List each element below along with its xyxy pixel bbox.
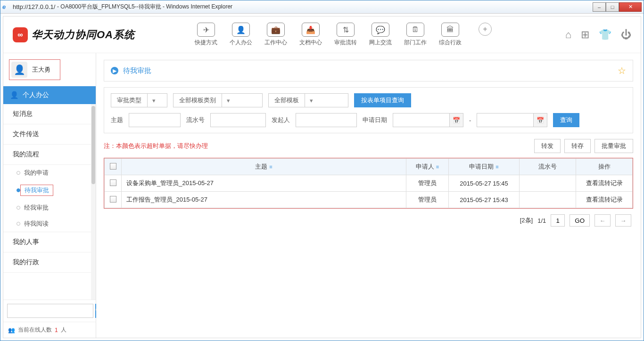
approval-type-select[interactable]: 审批类型 ▾ xyxy=(111,93,167,107)
window-maximize-button[interactable] xyxy=(606,2,619,12)
sort-icon[interactable]: ≡ xyxy=(495,164,498,170)
calendar-icon[interactable]: 📅 xyxy=(449,113,463,127)
nav-icon: ✈ xyxy=(197,23,215,37)
sidebar-subitem[interactable]: 待我阅读 xyxy=(3,216,96,232)
nav-icon: 💬 xyxy=(372,23,389,37)
pager-pages: 1/1 xyxy=(537,217,546,224)
pager-next-button[interactable]: → xyxy=(615,214,631,227)
cell-date: 2015-05-27 15:43 xyxy=(449,192,520,208)
sidebar-item[interactable]: 我的行政 xyxy=(3,252,96,273)
topnav-item[interactable]: ✈快捷方式 xyxy=(191,23,221,47)
sidebar-item[interactable]: 我的人事 xyxy=(3,232,96,252)
row-checkbox[interactable] xyxy=(110,179,116,186)
sidebar-subitem-active[interactable]: 待我审批 xyxy=(3,181,96,200)
topnav-add[interactable]: + xyxy=(471,23,500,47)
window-minimize-button[interactable] xyxy=(593,2,606,12)
nav-icon: 💼 xyxy=(267,23,285,37)
scrollbar[interactable] xyxy=(91,104,96,300)
forward-button[interactable]: 转发 xyxy=(534,139,561,153)
topnav-item[interactable]: 🗓部门工作 xyxy=(401,23,430,47)
topnav-item[interactable]: ⇅审批流转 xyxy=(331,23,360,47)
logo-text: 华天动力协同OA系统 xyxy=(32,28,135,42)
nav-label: 快捷方式 xyxy=(195,39,217,47)
template-select[interactable]: 全部模板 ▾ xyxy=(268,93,348,107)
main-content: ▶ 待我审批 ☆ 审批类型 ▾ 全部模板类别 ▾ xyxy=(96,53,641,338)
topnav-item[interactable]: 📥文档中心 xyxy=(296,23,325,47)
nav-icon: 👤 xyxy=(232,23,250,37)
template-category-select[interactable]: 全部模板类别 ▾ xyxy=(173,93,263,107)
select-all-checkbox[interactable] xyxy=(110,163,116,170)
person-icon: 👤 xyxy=(10,91,19,99)
date-to: 📅 xyxy=(477,113,547,127)
window-title: - OA8000平台版_FPLMYSQL5--待我审批 - Windows In… xyxy=(57,3,593,11)
sidebar-subitem[interactable]: 经我审批 xyxy=(3,200,96,216)
save-button[interactable]: 转存 xyxy=(564,139,591,153)
initiator-input[interactable] xyxy=(296,113,357,127)
people-icon: 👥 xyxy=(8,327,15,333)
overdue-note: 注：本颜色表示超时单据，请尽快办理 xyxy=(104,142,208,150)
subject-label: 主题 xyxy=(111,116,123,124)
nav-label: 文档中心 xyxy=(299,39,322,47)
chevron-right-icon: ▶ xyxy=(111,67,118,74)
nav-icon: ⇅ xyxy=(337,23,355,37)
cell-op[interactable]: 查看流转记录 xyxy=(576,175,633,192)
sidebar-section-label: 个人办公 xyxy=(23,91,49,99)
pager-prev-button[interactable]: ← xyxy=(594,214,611,227)
panel-header: ▶ 待我审批 ☆ xyxy=(104,60,633,81)
cell-op[interactable]: 查看流转记录 xyxy=(576,192,633,208)
sidebar-item[interactable]: 我的流程 xyxy=(3,145,96,165)
sidebar-item[interactable]: 文件传送 xyxy=(3,124,96,145)
cell-serial xyxy=(520,192,576,208)
query-by-form-button[interactable]: 按表单项目查询 xyxy=(354,93,411,107)
pager: [2条] 1/1 GO ← → xyxy=(104,209,633,227)
cell-subject[interactable]: 工作报告_管理员_2015-05-27 xyxy=(122,192,406,208)
subject-input[interactable] xyxy=(129,113,181,127)
nav-icon: 📥 xyxy=(302,23,320,37)
plus-icon: + xyxy=(479,23,492,36)
table-row: 工作报告_管理员_2015-05-27管理员2015-05-27 15:43查看… xyxy=(105,192,633,208)
theme-icon[interactable]: 👕 xyxy=(599,29,611,41)
sidebar-section-header[interactable]: 👤 个人办公 xyxy=(3,86,96,104)
online-count: 👥 当前在线人数 1人 xyxy=(3,322,96,338)
sidebar-search-input[interactable] xyxy=(7,304,93,318)
logo: ∞ 华天动力协同OA系统 xyxy=(13,27,135,42)
batch-approve-button[interactable]: 批量审批 xyxy=(594,139,633,153)
query-button[interactable]: 查询 xyxy=(553,113,579,127)
filter-panel: 审批类型 ▾ 全部模板类别 ▾ 全部模板 ▾ 按表单项目查询 xyxy=(104,87,633,133)
date-from-input[interactable] xyxy=(393,113,449,127)
nav-icon: 🗓 xyxy=(406,23,424,37)
panel-title: 待我审批 xyxy=(123,66,151,75)
topnav-item[interactable]: 💬网上交流 xyxy=(366,23,395,47)
top-nav: ✈快捷方式👤个人办公💼工作中心📥文档中心⇅审批流转💬网上交流🗓部门工作🏛综合行政… xyxy=(191,23,500,47)
sidebar: 👤 王大勇 👤 个人办公 短消息 文件传送 我的流程 我的申请 待我审批 经我审 xyxy=(3,53,96,338)
topnav-item[interactable]: 👤个人办公 xyxy=(226,23,256,47)
sort-icon[interactable]: ≡ xyxy=(269,164,272,170)
chevron-down-icon: ▾ xyxy=(147,94,160,107)
date-to-input[interactable] xyxy=(477,113,533,127)
topnav-item[interactable]: 🏛综合行政 xyxy=(436,23,465,47)
ie-window: e http://127.0.0.1/ - OA8000平台版_FPLMYSQL… xyxy=(0,0,644,341)
user-box: 👤 王大勇 xyxy=(3,53,96,86)
home-icon[interactable]: ⌂ xyxy=(565,29,571,41)
calendar-icon[interactable]: 📅 xyxy=(533,113,547,127)
results-table: 主题≡ 申请人≡ 申请日期≡ 流水号 操作 设备采购单_管理员_2015-05-… xyxy=(104,158,633,209)
table-row: 设备采购单_管理员_2015-05-27管理员2015-05-27 15:45查… xyxy=(105,175,633,192)
pager-page-input[interactable] xyxy=(551,214,565,227)
serial-input[interactable] xyxy=(210,113,266,127)
topnav-item[interactable]: 💼工作中心 xyxy=(261,23,290,47)
nav-label: 个人办公 xyxy=(230,39,252,47)
power-icon[interactable]: ⏻ xyxy=(621,29,631,41)
row-checkbox[interactable] xyxy=(110,196,116,203)
nav-label: 审批流转 xyxy=(334,39,357,47)
apps-icon[interactable]: ⊞ xyxy=(581,29,589,41)
chevron-down-icon: ▾ xyxy=(222,94,235,107)
cell-applicant: 管理员 xyxy=(406,192,449,208)
star-icon[interactable]: ☆ xyxy=(618,65,626,76)
sort-icon[interactable]: ≡ xyxy=(436,164,439,170)
sidebar-item[interactable]: 短消息 xyxy=(3,104,96,124)
sidebar-subitem[interactable]: 我的申请 xyxy=(3,165,96,181)
window-close-button[interactable] xyxy=(619,2,642,12)
cell-subject[interactable]: 设备采购单_管理员_2015-05-27 xyxy=(122,175,406,192)
nav-label: 工作中心 xyxy=(264,39,287,47)
pager-go-button[interactable]: GO xyxy=(570,214,590,227)
